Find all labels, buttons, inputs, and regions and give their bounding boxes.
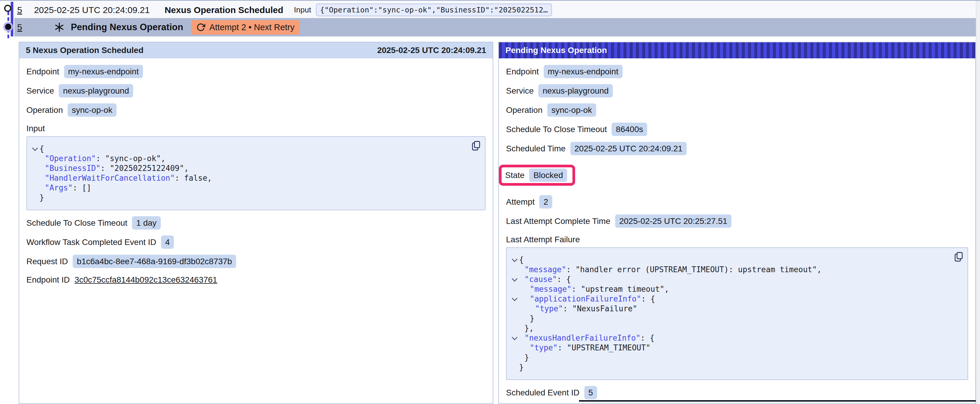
field-value-badge: 2025-02-25 UTC 20:25:27.51 bbox=[615, 214, 732, 228]
field-value-badge: sync-op-ok bbox=[68, 103, 116, 117]
asterisk-icon bbox=[54, 22, 64, 32]
json-line: "type": "UPSTREAM_TIMEOUT" bbox=[510, 343, 962, 353]
field-service: Service nexus-playground bbox=[506, 84, 968, 97]
field-label: Endpoint ID bbox=[26, 275, 70, 285]
pending-event-id-link[interactable]: 5 bbox=[17, 22, 22, 32]
field-value-badge: sync-op-ok bbox=[547, 103, 596, 117]
attempt-badge-label: Attempt 2 • Next Retry bbox=[209, 22, 294, 32]
field-value-badge: 4 bbox=[161, 236, 174, 249]
event-row-nexus-operation-scheduled[interactable]: 5 2025-02-25 UTC 20:24:09.21 Nexus Opera… bbox=[14, 2, 976, 18]
field-value-badge: b1c6a4bc-8ee7-468a-9169-df3b02c8737b bbox=[73, 255, 236, 268]
field-service: Service nexus-playground bbox=[26, 84, 485, 97]
json-line: } bbox=[30, 193, 479, 203]
field-label: Service bbox=[506, 86, 534, 96]
field-attempt: Attempt 2 bbox=[506, 195, 968, 209]
temporal-event-history-screen: 5 2025-02-25 UTC 20:24:09.21 Nexus Opera… bbox=[0, 0, 980, 404]
field-schedule-to-close-timeout: Schedule To Close Timeout 86400s bbox=[506, 123, 968, 136]
json-line: }, bbox=[510, 323, 962, 333]
json-line: } bbox=[510, 363, 962, 372]
field-operation: Operation sync-op-ok bbox=[506, 103, 968, 117]
event-input-label: Input bbox=[294, 5, 311, 14]
field-value-badge: 5 bbox=[584, 386, 597, 399]
field-workflow-task-completed-event-id: Workflow Task Completed Event ID 4 bbox=[26, 236, 485, 249]
left-panel-body: Endpoint my-nexus-endpoint Service nexus… bbox=[19, 59, 493, 286]
retry-icon bbox=[196, 23, 205, 32]
copy-icon[interactable] bbox=[471, 140, 481, 152]
panel-nexus-operation-scheduled: 5 Nexus Operation Scheduled 2025-02-25 U… bbox=[19, 42, 493, 404]
field-value-badge: 2 bbox=[539, 195, 552, 209]
json-code: {"message": "handler error (UPSTREAM_TIM… bbox=[510, 255, 962, 372]
json-line: "HandlerWaitForCancellation": false, bbox=[30, 173, 479, 183]
field-endpoint: Endpoint my-nexus-endpoint bbox=[506, 65, 968, 78]
collapse-chevron-icon[interactable] bbox=[32, 145, 38, 151]
event-title: Nexus Operation Scheduled bbox=[165, 5, 283, 15]
field-scheduled-event-id: Scheduled Event ID 5 bbox=[506, 386, 968, 399]
collapse-chevron-icon[interactable] bbox=[512, 295, 518, 301]
json-line: } bbox=[510, 353, 962, 363]
panel-pending-nexus-operation: Pending Nexus Operation Endpoint my-nexu… bbox=[498, 42, 976, 404]
input-json-label: Input bbox=[26, 124, 485, 133]
copy-icon[interactable] bbox=[954, 252, 963, 263]
json-line: "cause": { bbox=[510, 274, 962, 284]
field-label: Schedule To Close Timeout bbox=[506, 125, 607, 134]
json-line: "message": "handler error (UPSTREAM_TIME… bbox=[510, 265, 962, 274]
left-panel-title: 5 Nexus Operation Scheduled bbox=[26, 46, 143, 55]
json-line: "nexusHandlerFailureInfo": { bbox=[510, 333, 962, 343]
field-label: Request ID bbox=[26, 257, 68, 266]
right-panel-body: Endpoint my-nexus-endpoint Service nexus… bbox=[499, 59, 975, 404]
input-json-viewer: {"Operation": "sync-op-ok","BusinessID":… bbox=[26, 136, 485, 210]
collapse-chevron-icon[interactable] bbox=[512, 276, 518, 282]
field-scheduled-time: Scheduled Time 2025-02-25 UTC 20:24:09.2… bbox=[506, 142, 968, 155]
bottom-divider bbox=[579, 400, 976, 402]
field-endpoint: Endpoint my-nexus-endpoint bbox=[26, 65, 485, 78]
json-line: "type": "NexusFailure" bbox=[510, 304, 962, 314]
json-line: "BusinessID": "20250225122409", bbox=[30, 163, 479, 173]
event-row-pending-nexus-operation[interactable]: 5 Pending Nexus Operation Attempt 2 • Ne… bbox=[14, 18, 976, 36]
attempt-retry-badge: Attempt 2 • Next Retry bbox=[191, 20, 300, 35]
json-code: {"Operation": "sync-op-ok","BusinessID":… bbox=[30, 144, 479, 203]
annotation-highlight-state: State Blocked bbox=[499, 165, 575, 186]
endpoint-id-link[interactable]: 3c0c75ccfa8144b092c13ce632463761 bbox=[75, 275, 217, 285]
json-line: { bbox=[30, 144, 479, 154]
field-value-badge: 1 day bbox=[132, 216, 161, 230]
field-label: Operation bbox=[26, 105, 63, 115]
json-line: "Operation": "sync-op-ok", bbox=[30, 154, 479, 163]
field-value-badge: 86400s bbox=[612, 123, 647, 136]
event-timestamp: 2025-02-25 UTC 20:24:09.21 bbox=[34, 5, 150, 15]
field-label: Attempt bbox=[506, 197, 535, 207]
field-value-badge: 2025-02-25 UTC 20:24:09.21 bbox=[570, 142, 687, 155]
state-badge: Blocked bbox=[529, 168, 567, 182]
json-line: { bbox=[510, 255, 962, 265]
json-line: "message": "upstream timeout", bbox=[510, 284, 962, 294]
field-value-badge: my-nexus-endpoint bbox=[544, 65, 623, 78]
json-line: "applicationFailureInfo": { bbox=[510, 294, 962, 304]
field-request-id: Request ID b1c6a4bc-8ee7-468a-9169-df3b0… bbox=[26, 255, 485, 268]
field-label: Endpoint bbox=[26, 67, 59, 76]
collapse-chevron-icon[interactable] bbox=[512, 256, 518, 262]
field-label: Workflow Task Completed Event ID bbox=[26, 238, 156, 247]
field-value-badge: nexus-playground bbox=[538, 84, 613, 97]
field-label: State bbox=[505, 171, 524, 180]
field-label: Operation bbox=[506, 105, 542, 115]
field-label: Schedule To Close Timeout bbox=[26, 218, 127, 228]
field-state: State Blocked bbox=[505, 168, 567, 182]
scrollbar[interactable] bbox=[976, 1, 980, 404]
field-operation: Operation sync-op-ok bbox=[26, 103, 485, 117]
field-schedule-to-close-timeout: Schedule To Close Timeout 1 day bbox=[26, 216, 485, 230]
pending-event-title: Pending Nexus Operation bbox=[71, 22, 183, 33]
left-panel-timestamp: 2025-02-25 UTC 20:24:09.21 bbox=[377, 46, 486, 55]
field-last-attempt-complete-time: Last Attempt Complete Time 2025-02-25 UT… bbox=[506, 214, 968, 228]
json-line: "Args": [] bbox=[30, 183, 479, 193]
event-id-link[interactable]: 5 bbox=[17, 5, 22, 15]
right-panel-header: Pending Nexus Operation bbox=[499, 42, 975, 59]
collapse-chevron-icon[interactable] bbox=[512, 334, 518, 340]
json-line: } bbox=[510, 314, 962, 323]
failure-json-viewer: {"message": "handler error (UPSTREAM_TIM… bbox=[506, 247, 968, 380]
timeline-filled-dot-icon bbox=[5, 24, 11, 30]
field-endpoint-id: Endpoint ID 3c0c75ccfa8144b092c13ce63246… bbox=[26, 274, 485, 286]
timeline-open-dot-icon bbox=[4, 5, 11, 12]
event-input-preview-chip[interactable]: {"Operation":"sync-op-ok","BusinessID":"… bbox=[316, 3, 552, 16]
last-attempt-failure-label: Last Attempt Failure bbox=[506, 235, 968, 244]
field-label: Last Attempt Complete Time bbox=[506, 217, 611, 226]
left-panel-header: 5 Nexus Operation Scheduled 2025-02-25 U… bbox=[19, 42, 493, 59]
